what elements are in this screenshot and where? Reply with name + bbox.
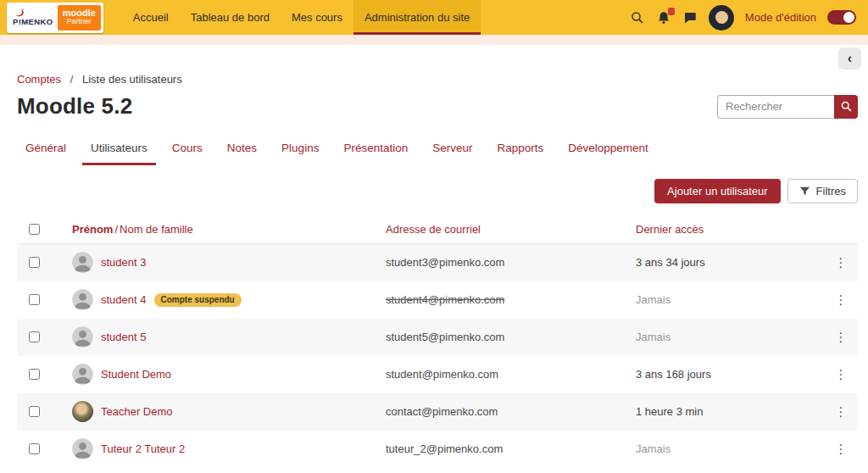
sort-lastaccess-link[interactable]: Dernier accès <box>636 223 704 236</box>
suspended-badge: Compte suspendu <box>154 293 242 307</box>
navbar-right-controls: Mode d'édition <box>630 0 868 35</box>
row-menu-button[interactable]: ⋮ <box>835 292 848 308</box>
last-access-value: 3 ans 34 jours <box>636 256 705 269</box>
partner-label: Partner <box>66 18 92 26</box>
user-email: tuteur_2@pimenko.com <box>386 442 503 455</box>
bell-icon[interactable] <box>656 10 671 25</box>
nav-item-administration-du-site[interactable]: Administration du site <box>353 0 481 35</box>
user-avatar-icon <box>72 289 93 310</box>
users-table: Prénom / Nom de famille Adresse de courr… <box>17 215 858 468</box>
breadcrumb-separator: / <box>70 73 74 86</box>
user-email: student5@pimenko.com <box>386 331 504 343</box>
user-email: student@pimenko.com <box>386 368 498 381</box>
user-email: contact@pimenko.com <box>386 405 498 418</box>
row-checkbox[interactable] <box>29 406 40 417</box>
row-menu-button[interactable]: ⋮ <box>835 255 848 270</box>
tab-cours[interactable]: Cours <box>164 135 211 165</box>
row-menu-button[interactable]: ⋮ <box>835 404 848 420</box>
user-row: student 3 student3@pimenko.com 3 ans 34 … <box>17 244 858 281</box>
filters-button[interactable]: Filtres <box>787 179 858 203</box>
search-input[interactable] <box>717 95 834 119</box>
header-name-separator: / <box>114 223 118 236</box>
users-table-body: student 3 student3@pimenko.com 3 ans 34 … <box>17 244 858 468</box>
page-title: Moodle 5.2 <box>17 94 132 120</box>
search-submit-icon <box>840 100 853 113</box>
top-navbar: P!MENKO moodle Partner AccueilTableau de… <box>0 0 868 35</box>
sort-firstname-link[interactable]: Prénom <box>72 223 113 236</box>
row-checkbox[interactable] <box>29 294 40 305</box>
sort-lastname-link[interactable]: Nom de famille <box>120 223 193 236</box>
user-avatar-icon <box>72 252 93 273</box>
filters-button-label: Filtres <box>816 185 846 198</box>
toggle-knob <box>843 12 854 23</box>
user-name-link[interactable]: student 3 <box>101 256 147 269</box>
user-email: student4@pimenko.com <box>386 293 504 306</box>
brand-text: P!MENKO <box>13 17 53 26</box>
user-name-link[interactable]: student 5 <box>101 331 147 343</box>
tab-serveur[interactable]: Serveur <box>424 135 481 165</box>
last-access-value: 1 heure 3 min <box>636 405 704 418</box>
nav-item-tableau-de-bord[interactable]: Tableau de bord <box>180 0 281 35</box>
tab-plugins[interactable]: Plugins <box>273 135 327 165</box>
breadcrumb-current: Liste des utilisateurs <box>82 73 182 86</box>
user-avatar-icon <box>72 326 93 348</box>
notification-badge <box>668 8 675 15</box>
last-access-value: Jamais <box>636 293 670 306</box>
user-name-link[interactable]: Tuteur 2 Tuteur 2 <box>101 442 185 455</box>
user-row: student 5 student5@pimenko.com Jamais ⋮ <box>17 319 858 356</box>
row-checkbox[interactable] <box>29 369 40 380</box>
moodle-partner-badge: moodle Partner <box>58 5 101 31</box>
user-email: student3@pimenko.com <box>386 256 504 269</box>
user-avatar-icon <box>72 438 93 459</box>
header-accent-strip <box>0 35 868 45</box>
user-avatar-icon <box>72 364 93 385</box>
collapse-drawer-button[interactable]: ‹ <box>838 47 861 70</box>
user-avatar-icon <box>72 401 93 422</box>
table-header-row: Prénom / Nom de famille Adresse de courr… <box>17 215 858 244</box>
search-box <box>717 95 858 119</box>
last-access-value: Jamais <box>636 442 670 455</box>
breadcrumb-link-comptes[interactable]: Comptes <box>17 73 61 86</box>
pimenko-logo-brand: P!MENKO <box>7 3 58 33</box>
user-name-link[interactable]: Teacher Demo <box>101 405 173 418</box>
sort-email-link[interactable]: Adresse de courriel <box>386 223 481 236</box>
tab-developpement[interactable]: Développement <box>559 135 657 165</box>
nav-item-accueil[interactable]: Accueil <box>122 0 180 35</box>
last-access-value: Jamais <box>636 331 670 343</box>
user-name-link[interactable]: Student Demo <box>101 368 171 381</box>
row-menu-button[interactable]: ⋮ <box>835 442 848 457</box>
last-access-value: 3 ans 168 jours <box>636 368 711 381</box>
row-menu-button[interactable]: ⋮ <box>835 330 848 345</box>
primary-nav: AccueilTableau de bordMes coursAdministr… <box>122 0 481 35</box>
select-all-checkbox[interactable] <box>29 224 40 235</box>
tab-notes[interactable]: Notes <box>219 135 265 165</box>
chat-icon[interactable] <box>682 10 698 25</box>
admin-tabs: GénéralUtilisateursCoursNotesPluginsPrés… <box>17 135 851 165</box>
user-row: Tuteur 2 Tuteur 2 tuteur_2@pimenko.com J… <box>17 431 858 468</box>
user-row: student 4 Compte suspendu student4@pimen… <box>17 281 858 319</box>
search-submit-button[interactable] <box>834 95 858 119</box>
tab-presentation[interactable]: Présentation <box>335 135 416 165</box>
row-checkbox[interactable] <box>29 257 40 268</box>
user-row: Teacher Demo contact@pimenko.com 1 heure… <box>17 393 858 431</box>
tab-utilisateurs[interactable]: Utilisateurs <box>82 135 156 165</box>
tab-rapports[interactable]: Rapports <box>488 135 552 165</box>
nav-item-mes-cours[interactable]: Mes cours <box>281 0 353 35</box>
add-user-button[interactable]: Ajouter un utilisateur <box>654 179 781 203</box>
user-menu-avatar[interactable] <box>709 5 734 31</box>
breadcrumb: Comptes / Liste des utilisateurs <box>17 73 851 86</box>
row-menu-button[interactable]: ⋮ <box>835 367 848 382</box>
pimenko-logo[interactable]: P!MENKO moodle Partner <box>7 3 103 33</box>
user-name-link[interactable]: student 4 <box>101 293 147 306</box>
table-actions: Ajouter un utilisateur Filtres <box>17 179 858 203</box>
tab-general[interactable]: Général <box>17 135 75 165</box>
edit-mode-toggle[interactable] <box>827 10 856 25</box>
search-icon[interactable] <box>630 10 645 25</box>
chili-pepper-icon <box>14 8 25 17</box>
filter-funnel-icon <box>799 186 810 197</box>
edit-mode-label: Mode d'édition <box>745 11 816 24</box>
row-checkbox[interactable] <box>29 443 40 454</box>
user-row: Student Demo student@pimenko.com 3 ans 1… <box>17 356 858 393</box>
row-checkbox[interactable] <box>29 331 40 342</box>
